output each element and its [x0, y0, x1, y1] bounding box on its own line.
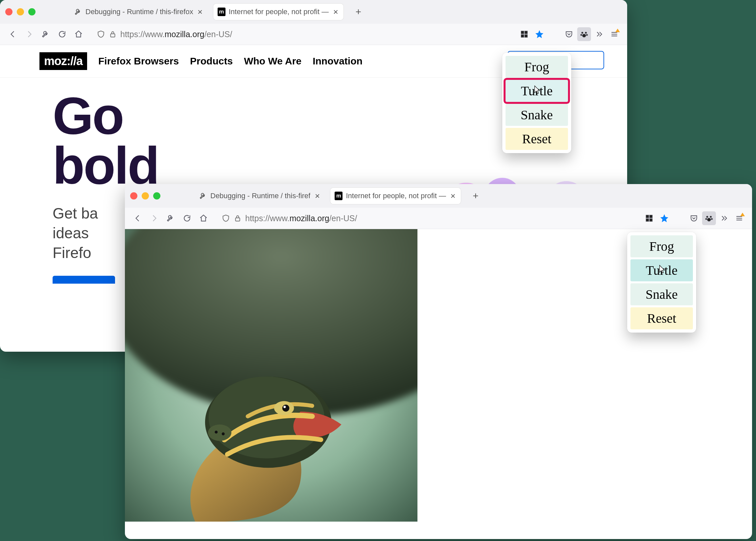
app-menu-icon[interactable]: [607, 27, 621, 41]
nav-firefox[interactable]: Firefox Browsers: [98, 56, 179, 67]
svg-point-9: [582, 34, 586, 37]
popup-item-snake[interactable]: Snake: [630, 283, 693, 305]
popup-item-reset[interactable]: Reset: [505, 128, 568, 150]
svg-point-6: [585, 32, 587, 34]
reload-button[interactable]: [55, 27, 69, 41]
popup-item-turtle[interactable]: Turtle: [630, 259, 693, 281]
minimize-window-icon[interactable]: [17, 8, 24, 15]
tab-mozilla[interactable]: m Internet for people, not profit — ×: [330, 187, 461, 205]
window-controls: [5, 8, 36, 15]
bookmark-star-icon[interactable]: [657, 211, 671, 225]
home-button[interactable]: [72, 27, 85, 41]
svg-rect-4: [524, 35, 527, 37]
tab-title: Debugging - Runtime / this-firef: [210, 192, 310, 200]
url-text: https://www.mozilla.org/en-US/: [120, 30, 232, 39]
forward-button[interactable]: [147, 211, 161, 225]
maximize-window-icon[interactable]: [153, 192, 160, 200]
close-tab-icon[interactable]: ×: [332, 7, 339, 17]
cursor-icon: [657, 265, 666, 276]
svg-rect-27: [649, 219, 652, 222]
toolbar: https://www.mozilla.org/en-US/: [0, 24, 627, 45]
svg-rect-26: [646, 219, 649, 222]
lock-icon: [233, 214, 242, 223]
svg-rect-0: [111, 34, 115, 37]
svg-rect-24: [646, 215, 649, 218]
wrench-icon: [199, 192, 207, 200]
tab-mozilla[interactable]: m Internet for people, not profit — ×: [213, 3, 344, 20]
overflow-chevrons-icon[interactable]: [592, 27, 606, 41]
extension-popup: Frog Turtle Snake Reset: [627, 232, 696, 332]
tab-strip: Debugging - Runtime / this-firefox × m I…: [0, 0, 627, 24]
window-controls: [130, 192, 160, 200]
home-button[interactable]: [197, 211, 210, 225]
popup-item-reset[interactable]: Reset: [630, 307, 693, 329]
reload-button[interactable]: [180, 211, 194, 225]
new-tab-button[interactable]: +: [469, 189, 482, 203]
svg-rect-23: [236, 218, 240, 221]
close-tab-icon[interactable]: ×: [314, 191, 321, 201]
nav-products[interactable]: Products: [190, 56, 233, 67]
mozilla-logo[interactable]: moz://a: [39, 52, 87, 70]
popup-item-frog[interactable]: Frog: [505, 56, 568, 78]
tab-title: Debugging - Runtime / this-firefox: [85, 8, 193, 16]
hero-headline: Go bold: [53, 91, 574, 191]
popup-item-turtle[interactable]: Turtle: [505, 80, 568, 102]
address-bar[interactable]: https://www.mozilla.org/en-US/: [92, 27, 511, 42]
svg-point-8: [586, 34, 588, 36]
forward-button[interactable]: [22, 27, 36, 41]
close-window-icon[interactable]: [5, 8, 12, 15]
svg-point-41: [215, 430, 218, 433]
svg-point-7: [580, 34, 582, 36]
app-menu-icon[interactable]: [732, 211, 746, 225]
beastify-image-turtle: [125, 229, 417, 522]
popup-item-snake[interactable]: Snake: [505, 104, 568, 126]
svg-point-28: [706, 216, 708, 218]
toolbar: https://www.mozilla.org/en-US/: [125, 208, 752, 229]
close-tab-icon[interactable]: ×: [197, 7, 204, 17]
svg-point-29: [710, 216, 712, 218]
nav-who-we-are[interactable]: Who We Are: [244, 56, 302, 67]
svg-point-32: [707, 218, 711, 221]
close-window-icon[interactable]: [130, 192, 137, 200]
svg-rect-3: [521, 35, 524, 37]
shield-icon: [222, 214, 230, 223]
tab-title: Internet for people, not profit —: [229, 8, 329, 16]
tab-debugging[interactable]: Debugging - Runtime / this-firefox ×: [70, 3, 208, 20]
mozilla-favicon: m: [218, 8, 226, 16]
devtools-button[interactable]: [39, 27, 53, 41]
bookmark-star-icon[interactable]: [532, 27, 546, 41]
container-icon[interactable]: [517, 27, 531, 41]
extension-paw-icon[interactable]: [577, 27, 591, 41]
svg-rect-2: [524, 31, 527, 34]
svg-point-5: [581, 32, 583, 34]
pocket-icon[interactable]: [562, 27, 576, 41]
tab-debugging[interactable]: Debugging - Runtime / this-firef ×: [195, 187, 326, 205]
new-tab-button[interactable]: +: [352, 5, 365, 18]
devtools-button[interactable]: [164, 211, 178, 225]
overflow-chevrons-icon[interactable]: [717, 211, 731, 225]
minimize-window-icon[interactable]: [142, 192, 149, 200]
container-icon[interactable]: [642, 211, 656, 225]
browser-window-after: Debugging - Runtime / this-firef × m Int…: [125, 184, 752, 539]
svg-point-40: [208, 425, 232, 441]
cursor-icon: [532, 85, 541, 97]
extension-paw-icon[interactable]: [702, 211, 716, 225]
maximize-window-icon[interactable]: [28, 8, 36, 15]
back-button[interactable]: [131, 211, 145, 225]
nav-innovation[interactable]: Innovation: [313, 56, 363, 67]
svg-point-38: [282, 405, 289, 411]
popup-item-frog[interactable]: Frog: [630, 235, 693, 258]
tab-strip: Debugging - Runtime / this-firef × m Int…: [125, 184, 752, 208]
close-tab-icon[interactable]: ×: [449, 191, 456, 201]
svg-point-42: [222, 432, 225, 435]
lock-icon: [109, 30, 117, 38]
address-bar[interactable]: https://www.mozilla.org/en-US/: [217, 211, 636, 226]
svg-point-31: [711, 218, 713, 220]
mozilla-favicon: m: [335, 192, 343, 200]
pocket-icon[interactable]: [687, 211, 701, 225]
svg-rect-1: [521, 31, 524, 34]
svg-point-39: [283, 406, 286, 408]
back-button[interactable]: [6, 27, 20, 41]
tab-title: Internet for people, not profit —: [346, 192, 446, 200]
hero-cta-button[interactable]: [53, 276, 115, 283]
